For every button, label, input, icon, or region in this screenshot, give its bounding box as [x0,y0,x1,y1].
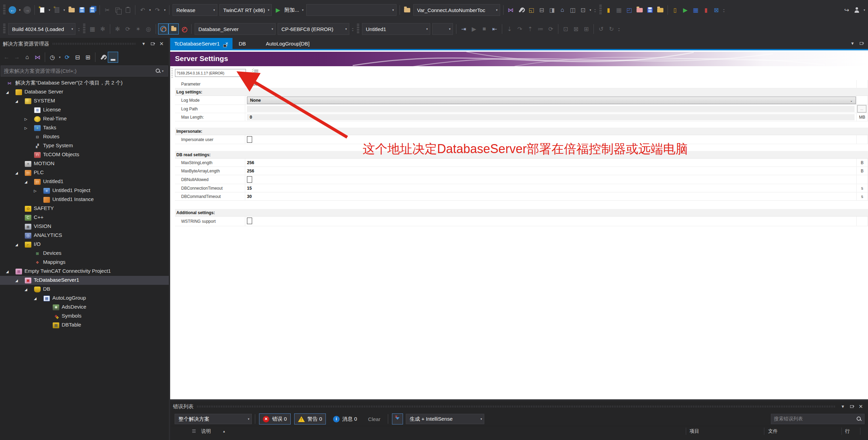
stop-icon[interactable]: ■ [479,23,489,34]
toolbar-overflow[interactable]: ⌄⌄ [76,27,81,31]
setting-value[interactable]: 30 [247,194,252,199]
tab-tcdatabaseserver1[interactable]: TcDatabaseServer1✕ [170,38,232,49]
tab-pin-icon[interactable] [857,40,866,47]
toolbar-grip[interactable] [3,24,6,34]
account-icon[interactable] [852,4,862,16]
free-run-icon[interactable]: ◎ [143,23,154,34]
checklist-box-icon[interactable]: ⊠ [711,4,722,16]
save-project-icon[interactable] [645,4,655,16]
plc-project-combo[interactable]: Untitled1▾ [362,23,430,35]
table-doc-icon[interactable]: ▦ [691,4,701,16]
column-resizer[interactable] [860,428,860,435]
tree-item-vision[interactable]: ◉VISION [0,222,169,231]
attach-dropdown[interactable]: ▾ [301,8,305,12]
tree-item-system[interactable]: ◢SYSTEM [0,97,169,106]
tree-item-untitled1[interactable]: ◢▤Untitled1 [0,177,169,186]
tab-list-chevron-icon[interactable]: ▼ [848,40,857,47]
new-project-dropdown[interactable]: ▾ [47,8,52,12]
reload-config-icon[interactable] [158,23,168,34]
start-icon[interactable]: ▶ [469,23,479,34]
pin-icon[interactable] [148,40,157,48]
messages-toggle[interactable]: i消息 0 [329,413,361,424]
find-in-files-icon[interactable] [402,4,412,16]
navigate-back-dropdown[interactable]: ▾ [18,8,22,12]
tree-item-database-server[interactable]: ◢Database Server [0,88,169,97]
library-icon[interactable]: ▯ [670,4,680,16]
save-icon[interactable] [77,4,87,16]
run-to-cursor-icon[interactable]: ≔ [535,23,546,34]
copy-icon[interactable] [112,4,123,16]
setting-value[interactable]: 15 [247,186,252,191]
twisty-expanded-icon[interactable]: ◢ [23,288,28,291]
twisty-expanded-icon[interactable]: ◢ [14,171,19,175]
configuration-combo[interactable]: Release▾ [173,4,217,16]
setting-checkbox-impersonate-user[interactable] [247,136,252,143]
tree-item-real-time[interactable]: ▷Real-Time [0,114,169,123]
tree-item-mappings[interactable]: ❖Mappings [0,258,169,267]
undo-icon[interactable]: ↶ [137,4,148,16]
attach-play-icon[interactable]: ▶ [273,4,283,16]
add-item-icon[interactable] [52,4,62,16]
build-box2-icon[interactable]: ⊠ [571,23,581,34]
navigate-back-icon[interactable]: ← [7,4,18,16]
logout-icon[interactable]: ⇤ [489,23,500,34]
column-description[interactable]: 说明 [201,428,211,434]
toolbox-icon[interactable]: ⊟ [537,4,547,16]
save-target-icon[interactable]: ◰ [624,4,634,16]
clear-button[interactable]: Clear [364,413,384,424]
plc-instance-combo[interactable]: ▾ [432,23,453,35]
step-out-icon[interactable]: ⇡ [525,23,535,34]
tc-route-combo[interactable]: Database_Server▾ [195,23,276,35]
setting-checkbox-wstring-support[interactable] [247,218,252,224]
navigate-forward-icon[interactable]: → [22,4,32,16]
error-list-search[interactable]: 搜索错误列表 [771,414,865,424]
console-dropdown[interactable]: ▾ [588,8,593,12]
twisty-collapsed-icon[interactable]: ▷ [33,189,38,193]
wrench-icon[interactable] [516,4,526,16]
tree-item-license[interactable]: ≣License [0,106,169,114]
tree-item-i-o[interactable]: ◢⌐I/O [0,240,169,249]
column-resizer[interactable] [841,428,842,435]
tree-item-dbtable[interactable]: ▦DBTable [0,321,169,330]
setting-checkbox-dbnullallowed[interactable] [247,176,252,183]
tree-item-routes[interactable]: ⊟Routes [0,132,169,141]
run-icon[interactable]: ▶ [680,4,691,16]
tree-item-type-system[interactable]: ▞Type System [0,141,169,150]
setting-input-max-length-[interactable]: 0 [247,114,855,120]
open-file-icon[interactable] [66,4,77,16]
twisty-expanded-icon[interactable]: ◢ [14,279,19,282]
solution-explorer-titlebar[interactable]: 解决方案资源管理器 ▼ ✕ [0,38,169,50]
reload-devices-icon[interactable]: ⟳ [123,23,133,34]
ignore-errors-icon[interactable] [179,23,189,34]
toolbar-grip[interactable] [599,5,602,15]
setting-value[interactable]: 256 [247,160,254,165]
tree-item--database-server-2-2-[interactable]: ⋈解决方案“Database Server”(2 个项目，共 2 个) [0,79,169,88]
redo-icon[interactable]: ↷ [152,4,163,16]
target-browser-icon[interactable]: ▦ [87,23,97,34]
login-icon[interactable]: ⇥ [458,23,469,34]
twisty-expanded-icon[interactable]: ◢ [33,297,38,300]
choose-target-folder-icon[interactable] [168,23,179,34]
pin-icon[interactable] [847,403,856,410]
column-file[interactable]: 文件 [768,428,778,434]
column-line[interactable]: 行 [845,428,850,434]
vs-window-icon[interactable]: ⋈ [506,4,516,16]
twisty-expanded-icon[interactable]: ◢ [14,99,19,103]
share-icon[interactable]: ↪ [841,4,852,16]
tc-target-combo[interactable]: CP-6EBFC8 (ERROR)▾ [278,23,349,35]
open-project-folder-icon[interactable] [634,4,645,16]
twisty-expanded-icon[interactable]: ◢ [23,180,28,184]
scope-book-icon[interactable]: ▮ [603,4,614,16]
collapse-all-icon[interactable]: ⊟ [72,52,83,63]
close-icon[interactable]: ✕ [856,403,865,410]
refresh-icon[interactable]: ⟳ [62,52,72,63]
sync-active-document-icon[interactable]: ⋈ [32,52,43,63]
filter-dropdown[interactable]: ▾ [58,56,62,59]
startup-combo[interactable]: ▾ [306,4,396,16]
chevron-down-icon[interactable]: ▼ [139,40,148,48]
ads-address-combo[interactable]: ?169.254.0.16.1.1? (ERROR) ▾ [175,69,246,77]
build-box1-icon[interactable]: ⊡ [560,23,571,34]
red-book-icon[interactable]: ▮ [701,4,711,16]
scope-combo[interactable]: 整个解决方案▾ [175,414,252,424]
open-from-target-icon[interactable] [655,4,665,16]
